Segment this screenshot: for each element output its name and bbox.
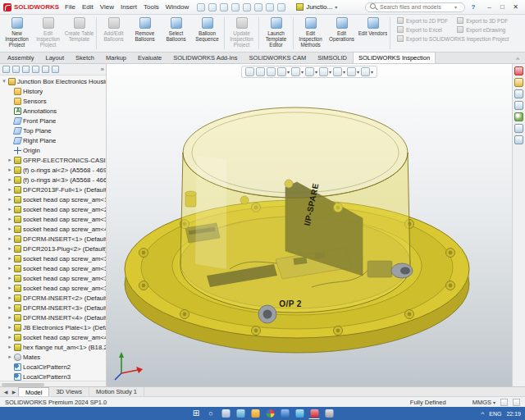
doctab-model[interactable]: Model [18,387,49,396]
tree-item[interactable]: ▸socket head cap screw_am<2> (B... [0,204,106,214]
expander-icon[interactable]: ▸ [7,206,13,212]
file-explorer-button[interactable] [250,409,261,419]
scrollbar-thumb[interactable] [2,383,44,386]
hidden-icons-chevron[interactable] [482,410,485,418]
photos-button[interactable] [294,409,305,419]
scroll-tabs-right-icon[interactable] [10,387,18,396]
expander-icon[interactable]: ▸ [7,176,13,183]
model-label-op2[interactable]: O/P 2 [279,299,301,308]
tab-solidworks-add-ins[interactable]: SOLIDWORKS Add-Ins [167,52,243,63]
expander-icon[interactable]: ▸ [7,314,13,321]
tree-item[interactable]: Origin [0,145,106,155]
undo-button[interactable] [242,2,252,12]
expander-icon[interactable]: ▾ [1,78,7,84]
expander-icon[interactable]: ▸ [7,304,13,311]
settings-button[interactable] [324,409,335,419]
tree-item[interactable]: ▸(f) o-rings ai<2> (A5568 - 469) <<D... [0,165,106,175]
balloon-sequence-button[interactable]: Balloon Sequence [192,16,222,51]
expander-icon[interactable]: ▸ [7,324,13,331]
propertymanager-button[interactable] [11,65,21,74]
tree-item[interactable]: ▸socket head cap screw_am<3> (B... [0,214,106,224]
apply-scene-button[interactable]: ▾ [347,67,359,76]
expander-icon[interactable]: ▸ [7,334,13,340]
new-inspection-project-button[interactable]: New Inspection Project [2,16,32,51]
document-title[interactable]: Junctio... ▾ [296,3,337,11]
expander-icon[interactable]: ▸ [7,226,13,232]
view-palette-button[interactable] [514,101,523,110]
previous-view-button[interactable] [267,67,276,76]
tree-item[interactable]: ▸socket head cap screw_am<36> (... [0,253,106,263]
save-button[interactable] [219,2,229,12]
tree-item[interactable]: ▸socket head cap screw_am<1> (B... [0,194,106,204]
configurationmanager-button[interactable] [21,65,30,74]
expander-icon[interactable]: ▸ [7,285,13,291]
tree-item[interactable]: ▸DFCRM-INSERT<2> (Default) <<D... [0,293,106,303]
design-library-button[interactable] [514,78,523,87]
solidworks-resources-button[interactable] [514,66,523,75]
section-view-button[interactable]: ▾ [277,67,290,76]
language-indicator[interactable]: ENG [489,411,501,417]
tree-item[interactable]: Top Plane [0,126,106,135]
mail-button[interactable] [280,409,290,419]
start-button[interactable] [191,409,202,419]
expander-icon[interactable]: ▸ [7,245,13,252]
print-button[interactable] [231,2,240,12]
tree-item[interactable]: LocalCirPattern3 [0,372,106,381]
menu-insert[interactable]: Insert [118,2,139,11]
menu-file[interactable]: File [62,2,78,11]
units-dropdown[interactable]: MMGS ▾ [472,399,495,406]
tree-item[interactable]: ▸socket head cap screw_am<37> (... [0,263,106,273]
redo-button[interactable] [253,2,263,12]
tree-root-item[interactable]: ▾Junction Box Electronics Housing (Def [0,76,106,86]
tree-item[interactable]: Annotations [0,106,106,116]
maximize-button[interactable]: □ [496,2,509,12]
featuremanager-overflow-icon[interactable]: » [101,66,104,73]
appearances-scenes-button[interactable] [514,112,523,121]
tree-item[interactable]: ▸hex flange nut_am<1> (B18.2.2.4M... [0,342,106,352]
tree-item[interactable]: ▸socket head cap screw_am<40> (... [0,332,106,342]
expander-icon[interactable]: ▸ [7,354,13,360]
expander-icon[interactable]: ▸ [7,294,13,301]
file-explorer-button[interactable] [514,89,523,98]
tree-item[interactable]: ▸DFCR2013F-Full<1> (Default) <<D... [0,185,106,194]
tree-item[interactable]: ▸socket head cap screw_am<39> (... [0,283,106,293]
tree-item[interactable]: ▸DFCRM-INSERT<1> (Default) <<De... [0,234,106,244]
options-button[interactable] [276,2,286,12]
transparent-cylinder[interactable] [180,107,410,313]
tree-item[interactable]: ▸GFRP-ELECTRONICS-CASING-JB<... [0,155,106,165]
search-input[interactable] [380,4,452,10]
doctab-3d-views[interactable]: 3D Views [49,387,89,396]
minimize-button[interactable]: – [483,2,495,12]
browser-button[interactable] [265,409,276,419]
doctab-motion-study-1[interactable]: Motion Study 1 [89,387,144,396]
edit-appearance-button[interactable]: ▾ [333,67,345,76]
menu-window[interactable]: Window [163,2,191,11]
collapse-ribbon-icon[interactable] [512,56,523,63]
tree-horizontal-scrollbar[interactable] [0,381,106,386]
search-box[interactable] [365,2,465,12]
tab-layout[interactable]: Layout [40,52,71,63]
featuremanager-tree-button[interactable] [2,65,11,74]
menu-tools[interactable]: Tools [141,2,162,11]
tree-item[interactable]: ▸socket head cap screw_am<4> (B... [0,224,106,234]
tree-item[interactable]: Front Plane [0,116,106,126]
hide-show-items-button[interactable]: ▾ [319,67,331,76]
launch-template-editor-button[interactable]: Launch Template Editor [261,16,291,51]
tree-item[interactable]: Right Plane [0,135,106,145]
tab-simsolid[interactable]: SIMSOLID [312,52,353,63]
edit-inspection-methods-button[interactable]: Edit Inspection Methods [295,16,326,51]
menu-view[interactable]: View [98,2,116,11]
tab-assembly[interactable]: Assembly [2,52,40,63]
tree-item[interactable]: ▸DFCRM-INSERT<3> (Default) <<D... [0,303,106,313]
view-settings-button[interactable]: ▾ [361,67,373,76]
expander-icon[interactable]: ▸ [7,167,13,173]
cam-feature-tree-button[interactable] [51,65,60,74]
expander-icon[interactable]: ▸ [7,186,13,193]
tree-item[interactable]: ▸Mates [0,352,106,362]
edit-operations-button[interactable]: Edit Operations [326,16,357,51]
displaymanager-button[interactable] [41,65,50,74]
expander-icon[interactable]: ▸ [7,216,13,222]
dimxpert-manager-button[interactable] [31,65,40,74]
task-view-button[interactable] [221,409,231,419]
tree-item[interactable]: ▸socket head cap screw_am<38> (... [0,273,106,283]
